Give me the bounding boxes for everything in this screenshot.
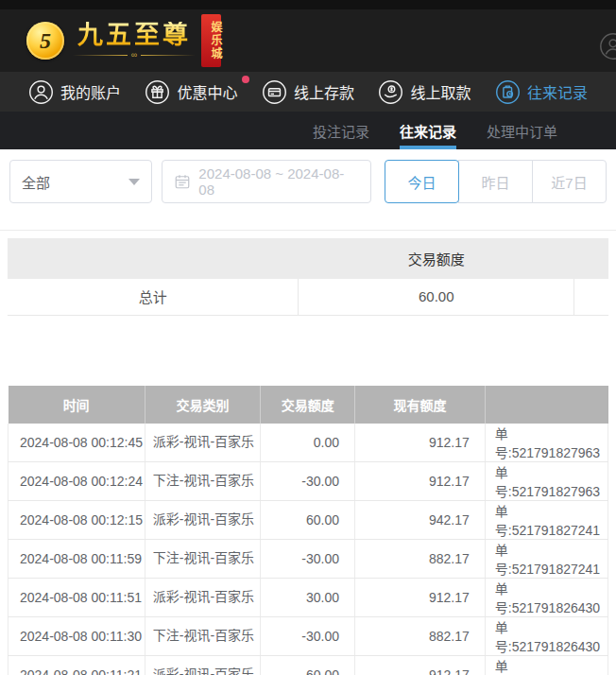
user-circle-icon xyxy=(28,79,54,105)
col-header-balance: 现有额度 xyxy=(355,386,486,424)
cell-time: 2024-08-08 00:11:51 xyxy=(9,578,145,616)
cell-balance: 912.17 xyxy=(355,424,486,462)
summary-header-empty xyxy=(8,238,299,279)
nav-item-promotions[interactable]: 优惠中心 xyxy=(145,79,237,105)
date-range-value: 2024-08-08 ~ 2024-08-08 xyxy=(198,165,359,198)
nav-item-label: 线上存款 xyxy=(294,80,354,103)
type-select-value: 全部 xyxy=(22,172,50,192)
nav-item-label: 优惠中心 xyxy=(177,80,237,103)
site-header: 5 九五至尊 ∞ 娱乐城 xyxy=(0,9,616,72)
col-header-amount: 交易额度 xyxy=(261,386,355,424)
divider xyxy=(0,230,616,231)
cell-amount: 0.00 xyxy=(261,424,355,462)
tab-transaction-records[interactable]: 往来记录 xyxy=(400,112,456,149)
filter-bar: 全部 2024-08-08 ~ 2024-08-08 今日 昨日 近7日 xyxy=(0,149,616,203)
cell-type: 派彩-视讯-百家乐 xyxy=(145,655,261,675)
type-select[interactable]: 全部 xyxy=(9,160,152,203)
cell-order: 单号:521791826430 xyxy=(485,616,607,655)
today-button[interactable]: 今日 xyxy=(385,160,459,203)
cell-order: 单号:521791827963 xyxy=(485,461,607,500)
calendar-icon xyxy=(174,173,191,190)
brand-coin-icon: 5 xyxy=(26,22,64,60)
nav-item-label: 线上取款 xyxy=(410,80,471,103)
table-row: 2024-08-08 00:12:24 下注-视讯-百家乐 -30.00 912… xyxy=(9,461,608,500)
chevron-down-icon xyxy=(128,179,140,185)
cell-type: 下注-视讯-百家乐 xyxy=(145,616,261,655)
top-strip xyxy=(0,0,616,9)
last7days-button[interactable]: 近7日 xyxy=(532,160,607,203)
col-header-type: 交易类别 xyxy=(145,386,261,424)
nav-item-deposit[interactable]: 线上存款 xyxy=(262,79,354,105)
cell-type: 下注-视讯-百家乐 xyxy=(145,461,261,500)
nav-item-my-account[interactable]: 我的账户 xyxy=(28,79,121,105)
nav-item-label: 我的账户 xyxy=(60,80,121,103)
col-header-order xyxy=(485,386,607,424)
tab-label: 往来记录 xyxy=(400,121,456,141)
deposit-circle-icon xyxy=(262,79,287,105)
cell-amount: 60.00 xyxy=(261,500,355,539)
brand-flourish-icon: ∞ xyxy=(73,51,196,60)
yesterday-button[interactable]: 昨日 xyxy=(458,160,533,203)
cell-time: 2024-08-08 00:12:45 xyxy=(9,424,145,462)
cell-order: 单号:521791825539 xyxy=(485,655,607,675)
cell-balance: 912.17 xyxy=(355,655,486,675)
col-header-time: 时间 xyxy=(9,386,145,424)
table-row: 2024-08-08 00:11:30 下注-视讯-百家乐 -30.00 882… xyxy=(9,616,608,655)
subnav: 投注记录 往来记录 处理中订单 xyxy=(0,112,616,149)
tab-label: 处理中订单 xyxy=(487,121,557,141)
cell-balance: 882.17 xyxy=(355,616,486,655)
cell-time: 2024-08-08 00:12:24 xyxy=(9,461,145,500)
cell-balance: 942.17 xyxy=(355,500,486,539)
cell-amount: -30.00 xyxy=(261,539,355,578)
tab-bet-records[interactable]: 投注记录 xyxy=(313,112,369,149)
brand-title: 九五至尊 xyxy=(77,22,191,50)
brand-badge: 娱乐城 xyxy=(201,14,221,67)
date-range-input[interactable]: 2024-08-08 ~ 2024-08-08 xyxy=(162,160,371,203)
brand-text-block: 九五至尊 ∞ xyxy=(73,22,196,60)
table-row: 2024-08-08 00:12:45 派彩-视讯-百家乐 0.00 912.1… xyxy=(9,424,608,462)
summary-header-amount: 交易额度 xyxy=(299,238,574,279)
summary-total-row: 总计 60.00 xyxy=(8,279,608,315)
cell-type: 下注-视讯-百家乐 xyxy=(145,539,261,578)
table-row: 2024-08-08 00:11:21 派彩-视讯-百家乐 60.00 912.… xyxy=(9,655,608,675)
cell-amount: -30.00 xyxy=(261,616,355,655)
cell-balance: 912.17 xyxy=(355,461,486,500)
tab-pending-orders[interactable]: 处理中订单 xyxy=(487,112,557,149)
cell-type: 派彩-视讯-百家乐 xyxy=(145,500,261,539)
cell-order: 单号:521791827241 xyxy=(485,539,607,578)
cell-time: 2024-08-08 00:11:30 xyxy=(9,616,145,655)
cell-balance: 882.17 xyxy=(355,539,486,578)
summary-table: 交易额度 总计 60.00 xyxy=(8,238,608,316)
main-nav: 我的账户 优惠中心 线上存款 xyxy=(0,72,616,112)
brand-logo[interactable]: 5 九五至尊 ∞ 娱乐城 xyxy=(26,14,221,67)
records-circle-icon xyxy=(495,79,521,105)
records-table: 时间 交易类别 交易额度 现有额度 2024-08-08 00:12:45 派彩… xyxy=(8,386,608,675)
cell-amount: -30.00 xyxy=(261,461,355,500)
table-row: 2024-08-08 00:11:59 下注-视讯-百家乐 -30.00 882… xyxy=(9,539,608,578)
nav-item-transactions[interactable]: 往来记录 xyxy=(495,79,588,105)
cell-balance: 912.17 xyxy=(355,578,486,616)
withdraw-circle-icon xyxy=(378,79,403,105)
table-row: 2024-08-08 00:12:15 派彩-视讯-百家乐 60.00 942.… xyxy=(9,500,608,539)
tab-label: 投注记录 xyxy=(313,121,369,141)
cell-amount: 60.00 xyxy=(261,655,355,675)
cell-time: 2024-08-08 00:11:59 xyxy=(9,539,145,578)
summary-header-empty2 xyxy=(574,238,608,279)
nav-item-withdraw[interactable]: 线上取款 xyxy=(378,79,471,105)
user-avatar-icon[interactable] xyxy=(599,32,616,61)
summary-total-empty xyxy=(574,279,608,315)
cell-order: 单号:521791826430 xyxy=(485,578,607,616)
cell-type: 派彩-视讯-百家乐 xyxy=(145,424,261,462)
nav-item-label: 往来记录 xyxy=(527,80,588,103)
notification-dot xyxy=(242,76,249,83)
summary-header-row: 交易额度 xyxy=(8,238,608,279)
cell-order: 单号:521791827963 xyxy=(485,424,607,462)
quick-range-group: 今日 昨日 近7日 xyxy=(385,160,607,203)
cell-type: 派彩-视讯-百家乐 xyxy=(145,578,261,616)
cell-time: 2024-08-08 00:11:21 xyxy=(9,655,145,675)
cell-time: 2024-08-08 00:12:15 xyxy=(9,500,145,539)
gift-circle-icon xyxy=(145,79,170,105)
summary-total-value: 60.00 xyxy=(299,279,574,315)
summary-total-label: 总计 xyxy=(8,279,299,315)
table-row: 2024-08-08 00:11:51 派彩-视讯-百家乐 30.00 912.… xyxy=(9,578,608,616)
